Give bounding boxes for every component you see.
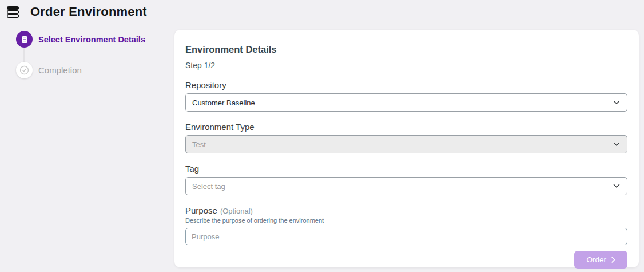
environment-type-field: Environment Type Test — [185, 122, 627, 153]
purpose-optional-note: (Optional) — [220, 207, 253, 215]
order-button[interactable]: Order — [574, 251, 627, 269]
stepper-step-label: Completion — [38, 65, 82, 75]
check-circle-icon — [16, 62, 33, 78]
tag-label: Tag — [185, 164, 627, 174]
purpose-field: Purpose (Optional) Describe the purpose … — [185, 206, 627, 245]
wizard-stepper: Select Environment Details Completion — [16, 31, 170, 78]
environment-type-selected-value: Test — [192, 140, 606, 149]
chevron-down-icon[interactable] — [606, 184, 627, 188]
environment-details-card: Environment Details Step 1/2 Repository … — [174, 30, 639, 267]
repository-label: Repository — [185, 80, 627, 90]
repository-field: Repository Customer Baseline — [185, 80, 627, 112]
repository-selected-value: Customer Baseline — [192, 98, 606, 107]
chevron-down-icon[interactable] — [606, 100, 627, 105]
purpose-input[interactable] — [185, 228, 627, 245]
repository-select[interactable]: Customer Baseline — [185, 93, 627, 112]
step-indicator: Step 1/2 — [185, 61, 627, 70]
chevron-down-icon[interactable] — [606, 142, 627, 147]
tag-field: Tag Select tag — [185, 164, 627, 195]
header: Order Environment — [0, 0, 644, 24]
stepper-step-label: Select Environment Details — [38, 35, 145, 44]
order-button-label: Order — [586, 255, 606, 264]
stack-menu-icon[interactable] — [5, 4, 21, 20]
purpose-helper-text: Describe the purpose of ordering the env… — [185, 217, 627, 224]
tag-placeholder: Select tag — [192, 182, 606, 191]
stepper-step-completion: Completion — [16, 62, 170, 78]
tag-select[interactable]: Select tag — [185, 177, 627, 195]
environment-type-label: Environment Type — [185, 122, 627, 132]
document-icon — [16, 31, 33, 48]
chevron-right-icon — [611, 257, 615, 263]
environment-type-select[interactable]: Test — [185, 135, 627, 153]
page-title: Order Environment — [30, 5, 147, 19]
card-title: Environment Details — [185, 44, 627, 55]
purpose-label: Purpose — [185, 206, 217, 215]
stepper-connector — [23, 48, 25, 62]
stepper-step-select-environment-details: Select Environment Details — [16, 31, 170, 48]
